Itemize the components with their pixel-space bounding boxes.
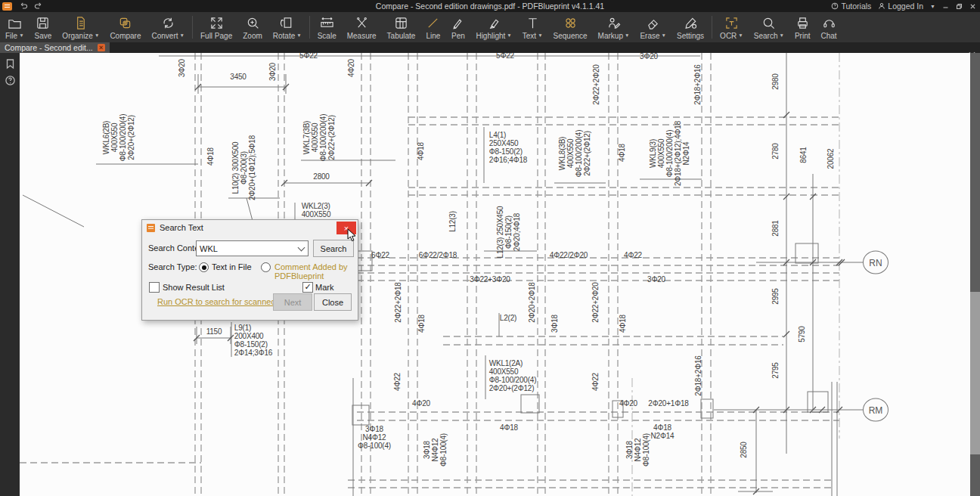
toolbar-markup-button[interactable]: Markup▼: [593, 14, 635, 41]
drawing-annotation: 5Φ22: [299, 53, 318, 60]
mark-results-checkbox[interactable]: ✓: [302, 282, 313, 293]
toolbar-compare-label: Compare: [110, 32, 141, 40]
combo-chevron-icon[interactable]: [298, 244, 305, 252]
line-icon: [426, 16, 440, 31]
toolbar-save-button[interactable]: Save: [29, 14, 57, 41]
search-button[interactable]: Search: [313, 240, 354, 257]
show-result-list-label[interactable]: Show Result List: [163, 283, 225, 292]
toolbar-markup-label: Markup▼: [598, 32, 630, 40]
drawing-annotation: 6Φ22/2Φ18: [419, 251, 457, 259]
toolbar-organize-button[interactable]: Organize▼: [57, 14, 104, 41]
toolbar-full-page-button[interactable]: Full Page: [195, 14, 237, 41]
convert-icon: [161, 16, 175, 31]
dialog-title-bar[interactable]: Search Text ×: [142, 220, 358, 235]
toolbar-chat-button[interactable]: Chat: [815, 14, 842, 41]
close-window-button[interactable]: [969, 3, 976, 10]
drawing-annotation: 20062: [826, 149, 835, 169]
toolbar-separator: [309, 16, 310, 39]
drawing-annotation: WKL8(3B) 400X550 Φ8-100/200(4) 2Φ22+(2Φ1…: [558, 130, 591, 178]
toolbar-rotate-label: Rotate▼: [273, 32, 302, 40]
toolbar-print-button[interactable]: Print: [789, 14, 816, 41]
chat-icon: [822, 16, 836, 31]
toolbar-sequence-button[interactable]: Sequence: [548, 14, 593, 41]
compare-icon: [118, 16, 132, 31]
toolbar-tabulate-button[interactable]: Tabulate: [382, 14, 421, 41]
close-button[interactable]: Close: [314, 293, 352, 311]
radio-comment-label[interactable]: Comment Added by PDFBlueprint: [274, 262, 358, 281]
toolbar-separator: [192, 16, 193, 39]
organize-icon: [73, 16, 88, 31]
next-button[interactable]: Next: [273, 293, 312, 311]
drawing-annotation: 4Φ18: [206, 147, 215, 166]
toolbar-zoom-button[interactable]: Zoom: [237, 14, 268, 41]
bookmarks-icon[interactable]: [5, 58, 16, 70]
toolbar-ocr-button[interactable]: OCR▼: [715, 14, 749, 41]
drawing-annotation: 2881: [771, 220, 780, 236]
drawing-annotation: 3450: [230, 73, 246, 81]
toolbar-text-button[interactable]: Text▼: [517, 14, 548, 41]
drawing-annotation: WKL1(2A) 400X550 Φ8-100/200(4) 2Φ20+(2Φ1…: [489, 359, 537, 392]
chevron-down-icon: ▼: [538, 33, 542, 38]
dialog-close-icon[interactable]: ×: [336, 222, 356, 234]
toolbar-rotate-button[interactable]: Rotate▼: [268, 14, 307, 41]
radio-comment[interactable]: [261, 262, 271, 272]
drawing-annotation: 2780: [771, 143, 780, 159]
drawing-annotation: 2850: [740, 442, 748, 457]
search-icon: [761, 16, 776, 31]
radio-text-in-file[interactable]: [199, 262, 209, 272]
toolbar-scale-button[interactable]: Scale: [312, 14, 342, 41]
run-ocr-link[interactable]: Run OCR to search for scanned file: [157, 297, 289, 306]
drawing-annotation: L4(1) 250X450 Φ8-150(2) 2Φ16;4Φ18: [489, 131, 527, 164]
login-button[interactable]: Logged In: [878, 2, 923, 11]
toolbar-line-button[interactable]: Line: [420, 14, 445, 41]
toolbar-zoom-label: Zoom: [243, 32, 262, 40]
tutorials-button[interactable]: Tutorials: [831, 2, 871, 11]
toolbar-file-label: File▼: [5, 32, 24, 40]
print-icon: [795, 16, 810, 31]
toolbar-file-button[interactable]: File▼: [0, 14, 29, 41]
toolbar-print-label: Print: [795, 32, 811, 40]
toolbar-compare-button[interactable]: Compare: [104, 14, 146, 41]
document-tab[interactable]: Compare - Second edit... ×: [0, 42, 110, 53]
minimize-button[interactable]: [942, 3, 949, 10]
drawing-annotation: L9(1) 200X400 Φ8-150(2) 2Φ14;3Φ16: [234, 324, 272, 357]
toolbar-search-label: Search▼: [754, 32, 784, 40]
search-content-combobox[interactable]: WKL: [196, 240, 309, 256]
toolbar-convert-label: Convert▼: [152, 32, 185, 40]
dialog-app-icon: [147, 224, 155, 232]
radio-text-in-file-label[interactable]: Text in File: [212, 262, 252, 271]
chevron-down-icon: ▼: [625, 33, 629, 38]
toolbar-sequence-label: Sequence: [554, 32, 588, 40]
tab-bar: Compare - Second edit... ×: [0, 42, 980, 53]
redo-icon[interactable]: [34, 2, 42, 11]
toolbar-convert-button[interactable]: Convert▼: [147, 14, 190, 41]
drawing-annotation: 3Φ22+3Φ20: [470, 275, 510, 284]
toolbar-pen-button[interactable]: Pen: [445, 14, 470, 41]
toolbar-erase-label: Erase▼: [640, 32, 666, 40]
toolbar-search-button[interactable]: Search▼: [749, 14, 789, 41]
tabulate-icon: [394, 16, 408, 31]
toolbar-ocr-label: OCR▼: [720, 32, 743, 40]
toolbar-pen-label: Pen: [451, 32, 465, 40]
ribbon-collapse-icon[interactable]: ▼: [930, 4, 935, 9]
drawing-annotation: 2Φ20+1Φ18: [648, 399, 688, 408]
tab-label: Compare - Second edit...: [5, 43, 93, 52]
drawing-annotation: 4Φ20: [412, 399, 430, 408]
vertical-scrollbar[interactable]: [970, 53, 980, 496]
undo-icon[interactable]: [20, 2, 28, 11]
toolbar-measure-button[interactable]: Measure: [342, 14, 382, 41]
drawing-annotation: 2800: [313, 172, 329, 181]
scrollbar-thumb[interactable]: [970, 292, 980, 454]
show-result-list-checkbox[interactable]: [149, 282, 160, 293]
toolbar-highlight-button[interactable]: Highlight▼: [470, 14, 516, 41]
toolbar-organize-label: Organize▼: [62, 32, 99, 40]
toolbar-erase-button[interactable]: Erase▼: [634, 14, 671, 41]
drawing-annotation: 4Φ18: [618, 144, 626, 162]
save-icon: [36, 16, 50, 31]
tab-close-icon[interactable]: ×: [98, 44, 105, 51]
help-icon[interactable]: [5, 75, 16, 86]
chevron-down-icon: ▼: [180, 33, 185, 38]
drawing-annotation: L12(3) 250X450 Φ8-150(2) 2Φ20;4Φ18: [496, 206, 521, 259]
restore-button[interactable]: [956, 3, 963, 10]
toolbar-settings-button[interactable]: Settings: [671, 14, 709, 41]
